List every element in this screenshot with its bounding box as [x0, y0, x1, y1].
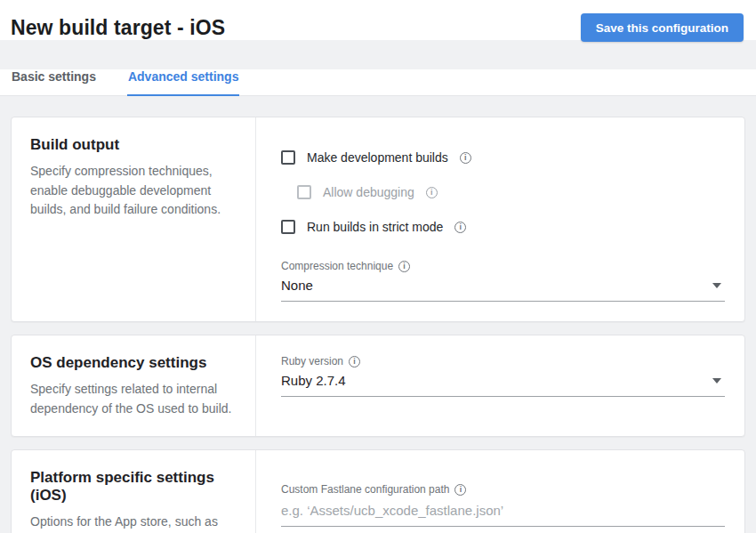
card-description: Specify settings related to internal dep… [30, 380, 237, 418]
dropdown-caret-icon [712, 283, 721, 288]
checkbox-row-allow-debugging: Allow debugging i [297, 185, 725, 199]
field-label: Custom Fastlane configuration path i [281, 483, 725, 496]
card-os-dependency-settings: OS dependency settings Specify settings … [11, 335, 745, 437]
compression-technique-select[interactable]: None [281, 272, 725, 302]
card-build-output-controls: Make development builds i Allow debuggin… [256, 117, 744, 321]
settings-content: Build output Specify compression techniq… [0, 96, 756, 533]
card-build-output-info: Build output Specify compression techniq… [12, 117, 256, 321]
info-icon[interactable]: i [454, 484, 466, 496]
info-icon[interactable]: i [460, 152, 471, 164]
tab-basic-settings[interactable]: Basic settings [11, 69, 97, 95]
checkbox-row-run-builds-strict-mode[interactable]: Run builds in strict mode i [281, 220, 725, 234]
card-description: Specify compression techniques, enable d… [30, 162, 237, 220]
run-builds-strict-mode-checkbox[interactable] [281, 220, 295, 234]
card-platform-specific-info: Platform specific settings (iOS) Options… [12, 450, 256, 533]
checkbox-label: Allow debugging [323, 185, 414, 199]
ruby-version-select[interactable]: Ruby 2.7.4 [281, 367, 725, 397]
card-heading: Platform specific settings (iOS) [30, 469, 237, 505]
field-label: Compression technique i [281, 260, 725, 272]
field-label-text: Custom Fastlane configuration path [281, 483, 449, 496]
fastlane-path-input[interactable] [281, 497, 725, 527]
card-description: Options for the App store, such as addin… [30, 513, 237, 533]
dropdown-caret-icon [712, 378, 721, 384]
info-icon[interactable]: i [426, 187, 438, 198]
card-heading: OS dependency settings [30, 354, 237, 372]
tab-advanced-settings[interactable]: Advanced settings [127, 69, 239, 96]
field-label-text: Ruby version [281, 355, 343, 367]
ruby-version-field: Ruby version i Ruby 2.7.4 [281, 355, 725, 397]
card-os-dependency-controls: Ruby version i Ruby 2.7.4 [256, 335, 744, 436]
allow-debugging-checkbox [297, 185, 311, 199]
settings-tab-bar: Basic settings Advanced settings [0, 69, 756, 96]
select-value: None [281, 278, 313, 293]
card-platform-specific-settings: Platform specific settings (iOS) Options… [11, 449, 745, 533]
info-icon[interactable]: i [349, 356, 360, 367]
card-platform-specific-controls: Custom Fastlane configuration path i [256, 450, 744, 533]
checkbox-row-make-development-builds[interactable]: Make development builds i [281, 150, 725, 165]
info-icon[interactable]: i [454, 222, 466, 233]
compression-technique-field: Compression technique i None [281, 260, 725, 302]
field-label-text: Compression technique [281, 260, 393, 272]
info-icon[interactable]: i [398, 261, 410, 272]
page-header: New build target - iOS Save this configu… [0, 0, 756, 40]
fastlane-path-field: Custom Fastlane configuration path i [281, 483, 725, 527]
make-development-builds-checkbox[interactable] [281, 150, 295, 165]
card-heading: Build output [30, 136, 237, 154]
checkbox-label: Make development builds [307, 150, 448, 165]
field-label: Ruby version i [281, 355, 725, 367]
card-os-dependency-info: OS dependency settings Specify settings … [12, 335, 256, 436]
checkbox-label: Run builds in strict mode [307, 220, 443, 234]
select-value: Ruby 2.7.4 [281, 373, 346, 388]
save-configuration-button[interactable]: Save this configuration [581, 13, 744, 42]
card-build-output: Build output Specify compression techniq… [11, 117, 745, 322]
